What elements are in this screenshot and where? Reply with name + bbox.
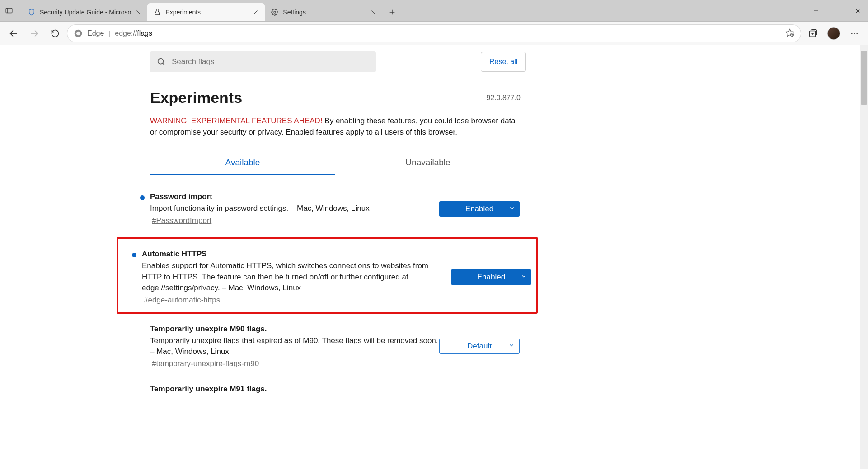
shield-icon <box>28 9 35 16</box>
flag-title: Temporarily unexpire M91 flags. <box>150 385 439 394</box>
version-label: 92.0.877.0 <box>486 94 521 102</box>
modified-dot-icon <box>132 253 136 257</box>
new-tab-button[interactable] <box>385 9 399 16</box>
minimize-button[interactable] <box>806 0 826 22</box>
close-window-button[interactable] <box>847 0 868 22</box>
profile-avatar[interactable] <box>825 24 843 42</box>
tab-strip: Security Update Guide - Microso Experime… <box>18 0 399 21</box>
warning-text: WARNING: EXPERIMENTAL FEATURES AHEAD! By… <box>150 116 521 138</box>
tab-settings[interactable]: Settings <box>265 3 382 21</box>
flag-state-select[interactable]: Default <box>439 339 520 354</box>
page-title: Experiments <box>150 89 521 107</box>
address-source-label: Edge <box>87 29 104 37</box>
close-icon[interactable] <box>136 9 141 16</box>
flag-title: Temporarily unexpire M90 flags. <box>150 325 439 334</box>
search-icon <box>156 57 166 67</box>
tab-actions-icon[interactable] <box>0 0 18 21</box>
toolbar: Edge | edge://flags <box>0 22 868 45</box>
filter-tabs: Available Unavailable <box>150 151 521 175</box>
svg-point-29 <box>856 33 858 34</box>
flag-unexpire-m91: Temporarily unexpire M91 flags. <box>140 380 520 394</box>
address-url: edge://flags <box>115 29 152 37</box>
svg-point-7 <box>274 11 276 13</box>
flag-title: Automatic HTTPS <box>142 250 431 259</box>
close-icon[interactable] <box>253 9 258 16</box>
search-flags-input[interactable] <box>150 51 376 72</box>
tab-title: Security Update Guide - Microso <box>40 9 131 16</box>
back-button[interactable] <box>5 24 23 42</box>
svg-rect-0 <box>6 8 12 13</box>
gear-icon <box>271 9 278 16</box>
search-input[interactable] <box>172 57 370 66</box>
maximize-button[interactable] <box>826 0 847 22</box>
more-menu-icon[interactable] <box>845 24 863 42</box>
reset-all-button[interactable]: Reset all <box>481 52 526 72</box>
collections-icon[interactable] <box>804 24 822 42</box>
modified-dot-icon <box>140 195 145 200</box>
flag-description: Import functionality in password setting… <box>150 203 439 214</box>
favorite-icon[interactable] <box>785 28 794 38</box>
edge-logo-icon <box>74 29 83 38</box>
tab-available[interactable]: Available <box>150 151 335 175</box>
flag-anchor-link[interactable]: #edge-automatic-https <box>144 296 220 305</box>
window-titlebar: Security Update Guide - Microso Experime… <box>0 0 868 22</box>
flag-title: Password import <box>150 192 439 201</box>
window-controls <box>806 0 868 22</box>
address-bar[interactable]: Edge | edge://flags <box>67 24 801 42</box>
tab-experiments[interactable]: Experiments <box>147 3 265 21</box>
search-row: Reset all <box>0 45 670 79</box>
svg-point-30 <box>158 59 164 64</box>
svg-line-31 <box>163 63 164 65</box>
flag-state-select[interactable]: Enabled <box>439 201 520 217</box>
flag-list: Password import Import functionality in … <box>140 188 520 394</box>
flag-unexpire-m90: Temporarily unexpire M90 flags. Temporar… <box>140 320 520 380</box>
flag-anchor-link[interactable]: #temporary-unexpire-flags-m90 <box>152 359 259 368</box>
reload-button[interactable] <box>46 24 64 42</box>
flask-icon <box>154 9 161 16</box>
flag-password-import: Password import Import functionality in … <box>140 188 520 237</box>
flag-description: Enables support for Automatic HTTPS, whi… <box>142 260 431 294</box>
svg-rect-13 <box>835 9 839 13</box>
chevron-down-icon <box>521 273 527 282</box>
tab-title: Experiments <box>165 9 249 16</box>
chevron-down-icon <box>508 342 515 351</box>
tab-title: Settings <box>283 9 366 16</box>
flag-anchor-link[interactable]: #PasswordImport <box>152 216 211 225</box>
tab-unavailable[interactable]: Unavailable <box>335 151 521 175</box>
svg-point-28 <box>854 33 855 34</box>
svg-point-27 <box>851 33 853 34</box>
close-icon[interactable] <box>371 9 376 16</box>
forward-button[interactable] <box>25 24 43 42</box>
scrollbar-thumb[interactable] <box>861 51 867 105</box>
page-viewport: Reset all Experiments 92.0.877.0 WARNING… <box>0 45 868 469</box>
svg-point-19 <box>76 31 80 35</box>
flag-description: Temporarily unexpire flags that expired … <box>150 335 439 358</box>
tab-security-guide[interactable]: Security Update Guide - Microso <box>22 3 147 21</box>
flag-state-select[interactable]: Enabled <box>451 269 531 285</box>
highlight-annotation: Automatic HTTPS Enables support for Auto… <box>117 237 538 314</box>
flag-automatic-https: Automatic HTTPS Enables support for Auto… <box>132 245 531 307</box>
chevron-down-icon <box>509 204 515 214</box>
vertical-scrollbar[interactable] <box>860 45 868 469</box>
